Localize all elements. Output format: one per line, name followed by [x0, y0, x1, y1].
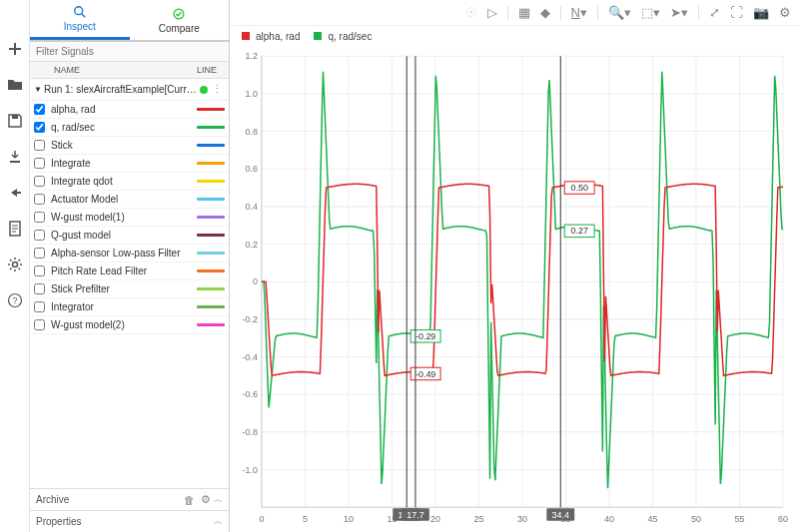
- chevron-up-icon: ︿: [214, 515, 223, 528]
- clear-icon[interactable]: ◆: [540, 5, 550, 20]
- svg-text:0.50: 0.50: [570, 183, 587, 193]
- svg-text:25: 25: [473, 514, 483, 524]
- signal-name: Pitch Rate Lead Filter: [51, 266, 197, 276]
- signal-checkbox[interactable]: [34, 212, 45, 223]
- signal-color-swatch: [197, 305, 225, 308]
- filter-input[interactable]: [30, 42, 229, 62]
- export-icon[interactable]: [6, 184, 24, 202]
- signal-color-swatch: [197, 126, 225, 129]
- settings-icon[interactable]: [6, 256, 24, 273]
- signal-checkbox[interactable]: [34, 158, 45, 169]
- run-row[interactable]: ▼ Run 1: slexAircraftExample[Current] ⋮: [30, 79, 229, 101]
- tab-inspect[interactable]: Inspect: [30, 0, 130, 40]
- signal-row[interactable]: Stick: [30, 137, 229, 155]
- signal-name: Actuator Model: [51, 194, 197, 205]
- svg-point-5: [75, 7, 83, 15]
- signal-color-swatch: [197, 144, 225, 147]
- archive-delete-icon[interactable]: 🗑: [181, 494, 198, 506]
- signal-name: Stick Prefilter: [51, 283, 197, 294]
- run-label: Run 1: slexAircraftExample[Current]: [44, 84, 198, 95]
- plot-toolbar: ☉ ▷ ▦ ◆ N▾ 🔍▾ ⬚▾ ➤▾ ⤢ ⛶ 📷 ⚙: [230, 0, 799, 26]
- open-folder-icon[interactable]: [6, 76, 24, 94]
- svg-text:55: 55: [735, 514, 745, 524]
- play-icon[interactable]: ▷: [487, 5, 497, 20]
- signal-color-swatch: [197, 287, 225, 290]
- svg-rect-0: [12, 115, 18, 119]
- signal-color-swatch: [197, 252, 225, 255]
- snapshot-icon[interactable]: 📷: [753, 5, 769, 20]
- svg-text:17.7: 17.7: [406, 509, 423, 519]
- pointer-icon[interactable]: ➤▾: [670, 5, 688, 20]
- plot-settings-icon[interactable]: ⚙: [779, 5, 791, 20]
- signal-checkbox[interactable]: [34, 194, 45, 205]
- signal-checkbox[interactable]: [34, 266, 45, 276]
- signal-checkbox[interactable]: [34, 301, 45, 312]
- svg-text:-0.6: -0.6: [242, 389, 257, 399]
- signal-row[interactable]: Integrate qdot: [30, 173, 229, 191]
- svg-text:-1.0: -1.0: [242, 464, 257, 474]
- signal-row[interactable]: Actuator Model: [30, 191, 229, 209]
- cursor-mode-icon[interactable]: N▾: [571, 5, 587, 20]
- add-icon[interactable]: [6, 40, 24, 58]
- svg-text:45: 45: [648, 514, 658, 524]
- signal-checkbox[interactable]: [34, 176, 45, 187]
- svg-text:20: 20: [430, 514, 440, 524]
- properties-label: Properties: [36, 516, 82, 527]
- signal-row[interactable]: W-gust model(1): [30, 209, 229, 227]
- svg-text:0.6: 0.6: [245, 164, 257, 174]
- signal-checkbox[interactable]: [34, 122, 45, 133]
- signal-checkbox[interactable]: [34, 140, 45, 151]
- expand-icon[interactable]: ⤢: [709, 5, 720, 20]
- signal-row[interactable]: alpha, rad: [30, 101, 229, 119]
- svg-text:34.4: 34.4: [552, 509, 569, 519]
- signal-color-swatch: [197, 269, 225, 272]
- archive-label: Archive: [36, 494, 69, 505]
- signal-row[interactable]: Q-gust model: [30, 227, 229, 245]
- plot-canvas[interactable]: 051015202530354045505560-1.0-0.8-0.6-0.4…: [232, 50, 789, 528]
- fingerprint-icon[interactable]: ☉: [465, 5, 477, 20]
- signal-name: W-gust model(2): [51, 319, 197, 330]
- signal-checkbox[interactable]: [34, 230, 45, 241]
- properties-section[interactable]: Properties ︿: [30, 510, 229, 532]
- signal-row[interactable]: Alpha-sensor Low-pass Filter: [30, 245, 229, 263]
- signal-color-swatch: [197, 162, 225, 165]
- signal-name: alpha, rad: [51, 104, 197, 115]
- svg-text:1.0: 1.0: [245, 89, 257, 99]
- archive-gear-icon[interactable]: ⚙: [198, 493, 214, 506]
- svg-text:0.8: 0.8: [245, 127, 257, 137]
- signal-row[interactable]: Integrator: [30, 298, 229, 316]
- signal-row[interactable]: Integrate: [30, 155, 229, 173]
- signal-checkbox[interactable]: [34, 283, 45, 294]
- import-icon[interactable]: [6, 148, 24, 166]
- svg-text:1.2: 1.2: [245, 51, 257, 61]
- report-icon[interactable]: [6, 220, 24, 238]
- svg-text:50: 50: [691, 514, 701, 524]
- signal-name: W-gust model(1): [51, 212, 197, 223]
- signal-row[interactable]: W-gust model(2): [30, 316, 229, 334]
- svg-text:40: 40: [604, 514, 614, 524]
- legend-swatch: [314, 32, 322, 40]
- signal-row[interactable]: q, rad/sec: [30, 119, 229, 137]
- svg-text:?: ?: [12, 295, 17, 305]
- signal-row[interactable]: Stick Prefilter: [30, 280, 229, 298]
- signal-row[interactable]: Pitch Rate Lead Filter: [30, 263, 229, 280]
- signal-checkbox[interactable]: [34, 104, 45, 115]
- svg-text:-0.4: -0.4: [242, 351, 257, 361]
- region-icon[interactable]: ⬚▾: [641, 5, 660, 20]
- plot-area: ☉ ▷ ▦ ◆ N▾ 🔍▾ ⬚▾ ➤▾ ⤢ ⛶ 📷 ⚙ alpha, rad q…: [230, 0, 799, 532]
- run-status-indicator: [200, 86, 208, 94]
- help-icon[interactable]: ?: [6, 291, 24, 309]
- run-more-icon[interactable]: ⋮: [210, 83, 225, 96]
- archive-section[interactable]: Archive 🗑 ⚙ ︿: [30, 488, 229, 510]
- fit-icon[interactable]: ⛶: [730, 5, 743, 20]
- signal-color-swatch: [197, 323, 225, 326]
- signal-checkbox[interactable]: [34, 248, 45, 259]
- legend-label: q, rad/sec: [328, 31, 372, 42]
- signal-name: Q-gust model: [51, 230, 197, 241]
- layout-grid-icon[interactable]: ▦: [518, 5, 530, 20]
- left-toolbar: ?: [0, 0, 30, 532]
- save-icon[interactable]: [6, 112, 24, 130]
- zoom-icon[interactable]: 🔍▾: [608, 5, 631, 20]
- signal-checkbox[interactable]: [34, 319, 45, 330]
- tab-compare[interactable]: Compare: [130, 0, 230, 40]
